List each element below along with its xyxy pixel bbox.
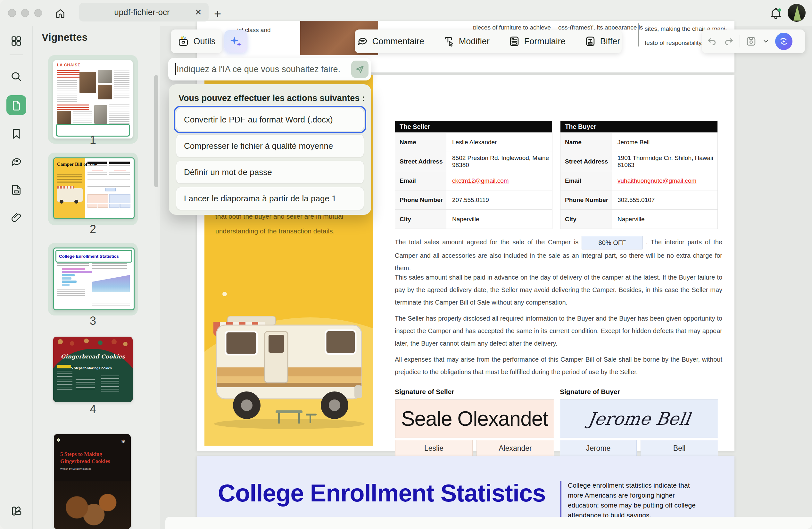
- ai-suggestions-panel: Vous pouvez effectuer les actions suivan…: [169, 84, 371, 215]
- thumbnails-panel: Vignettes LA CHAISE 1 Camper Bill of Sal…: [33, 26, 160, 529]
- horizontal-scrollbar-track[interactable]: [165, 517, 812, 529]
- ai-assistant-button[interactable]: [775, 33, 793, 50]
- text-caret: [175, 63, 176, 75]
- seller-table: The Seller NameLeslie Alexander Street A…: [395, 120, 552, 229]
- toolbar-divider: [740, 35, 740, 47]
- comments-list-button[interactable]: [9, 155, 24, 169]
- camper-van-illustration: [208, 299, 371, 441]
- college-title-divider: [561, 481, 562, 523]
- table-row: Emailckctm12@gmail.com: [395, 171, 552, 190]
- seller-first-name-field[interactable]: Leslie: [395, 440, 473, 457]
- buyer-table-header: The Buyer: [561, 121, 717, 132]
- tab-title: updf-fichier-ocr: [79, 8, 192, 17]
- redo-icon[interactable]: [723, 35, 735, 47]
- table-row: CityNaperville: [561, 209, 717, 229]
- window-minimize-button[interactable]: [21, 9, 29, 17]
- thumbnails-scrollbar-thumb[interactable]: [154, 75, 158, 187]
- tab-formulaire[interactable]: Formulaire: [508, 35, 566, 47]
- buyer-signature-field[interactable]: Jerome Bell: [560, 399, 718, 438]
- ai-action-set-password[interactable]: Définir un mot de passe: [176, 161, 364, 184]
- ai-suggestions-heading: Vous pouvez effectuer les actions suivan…: [178, 93, 365, 103]
- mode-toolbar: Commentaire Modifier Formulaire Biffer: [355, 29, 622, 53]
- tools-menu-button[interactable]: Outils: [171, 29, 222, 53]
- table-row: Street Address8502 Preston Rd. Inglewood…: [395, 152, 552, 171]
- page-number: 3: [53, 314, 133, 328]
- seller-last-name-field[interactable]: Alexander: [477, 440, 554, 457]
- buyer-email-link[interactable]: vuhaithuongnute@gmail.com: [612, 171, 717, 190]
- ai-sparkles-icon: [229, 34, 243, 48]
- buyer-table: The Buyer NameJerome Bell Street Address…: [560, 120, 718, 229]
- ocr-region-highlight: College Enrollment Statistics: [55, 250, 132, 262]
- seller-signature-field[interactable]: Seale Olexandet: [395, 399, 554, 438]
- expenses-paragraph: All expenses that may arise from the per…: [395, 353, 722, 378]
- page-thumbnails-icon: [10, 99, 23, 111]
- comments-icon: [10, 155, 23, 168]
- payment-terms-paragraph: This sales amount shall be paid in advan…: [395, 271, 722, 309]
- thumbnail-page-1[interactable]: LA CHAISE: [53, 60, 133, 139]
- seller-email-link[interactable]: ckctm12@gmail.com: [446, 171, 552, 190]
- ai-action-compress[interactable]: Compresser le fichier à qualité moyenne: [176, 134, 364, 157]
- seller-table-header: The Seller: [395, 121, 552, 132]
- tab-modifier[interactable]: Modifier: [443, 35, 490, 47]
- search-button[interactable]: [9, 70, 24, 84]
- tab-close-icon[interactable]: ✕: [192, 6, 205, 18]
- document-tab[interactable]: updf-fichier-ocr ✕: [79, 3, 208, 22]
- home-button[interactable]: [51, 4, 69, 23]
- undo-icon[interactable]: [706, 35, 718, 47]
- buyer-signature-heading: Signature of Buyer: [560, 388, 620, 396]
- ai-action-convert-word[interactable]: Convertir le PDF au format Word (.docx): [176, 108, 364, 131]
- thumbnail-page-5[interactable]: ❄ ❄ 5 Steps to Making Gingerbread Cookie…: [54, 434, 131, 529]
- swatches-button[interactable]: [9, 504, 24, 518]
- attachments-page-button[interactable]: [9, 183, 24, 197]
- avatar-image: [794, 6, 801, 20]
- buyer-last-name-field[interactable]: Bell: [641, 440, 718, 457]
- new-tab-button[interactable]: +: [214, 7, 221, 21]
- ai-orbit-icon: [778, 35, 789, 47]
- tab-commentaire[interactable]: Commentaire: [356, 35, 424, 47]
- table-row: Emailvuhaithuongnute@gmail.com: [561, 171, 717, 190]
- grid-icon: [10, 34, 23, 47]
- search-icon: [10, 70, 23, 83]
- notifications-button[interactable]: [768, 6, 783, 21]
- left-icon-rail: [0, 26, 33, 529]
- cookies-photo: [54, 481, 131, 529]
- college-description: College enrollment statistics indicate t…: [568, 480, 702, 520]
- file-slot-icon: [10, 183, 23, 196]
- bookmarks-button[interactable]: [9, 127, 24, 141]
- user-avatar[interactable]: [788, 4, 806, 22]
- thumbnail-page-2[interactable]: Camper Bill of Sale: [53, 157, 134, 219]
- titlebar: updf-fichier-ocr ✕ +: [0, 0, 812, 26]
- thumbnail-page-3[interactable]: College Enrollment Statistics: [53, 247, 134, 310]
- rail-divider: [10, 55, 23, 55]
- buyer-first-name-field[interactable]: Jerome: [560, 440, 637, 457]
- seller-signature-heading: Signature of Seller: [395, 388, 454, 396]
- send-button[interactable]: [351, 61, 368, 78]
- thumbnails-panel-button-active[interactable]: [6, 95, 26, 115]
- page-number: 2: [53, 223, 133, 236]
- chevron-down-icon[interactable]: [762, 38, 769, 45]
- redact-icon: [584, 35, 596, 47]
- table-row: Phone Number207.555.0119: [395, 190, 552, 209]
- yellow-dot-decor: [222, 292, 227, 296]
- updf-app-window: ial class and pieces of furniture to ach…: [0, 0, 812, 529]
- ai-prompt-input[interactable]: [168, 64, 351, 75]
- table-row: Phone Number302.555.0107: [561, 190, 717, 209]
- page-number: 1: [53, 133, 133, 147]
- window-close-button[interactable]: [8, 9, 16, 17]
- discount-form-field[interactable]: 80% OFF: [582, 236, 642, 249]
- column-divider: [638, 24, 639, 46]
- tab-biffer[interactable]: Biffer: [584, 35, 620, 47]
- panels-grid-button[interactable]: [9, 34, 24, 48]
- snowflake-icon: ❄: [56, 437, 61, 443]
- paper-plane-icon: [355, 65, 365, 74]
- history-save-toolbar: [702, 29, 805, 53]
- swatches-icon: [10, 504, 23, 518]
- ai-action-slideshow[interactable]: Lancer le diaporama à partir de la page …: [176, 187, 364, 210]
- window-zoom-button[interactable]: [34, 9, 42, 17]
- paperclip-button[interactable]: [9, 211, 24, 225]
- save-icon[interactable]: [745, 35, 757, 47]
- college-title: College Enrollment Statistics: [218, 479, 546, 507]
- ai-assistant-toggle-button[interactable]: [224, 30, 247, 53]
- thumbnail-page-4[interactable]: Gingerbread Cookies 5 Steps to Making Co…: [53, 337, 133, 402]
- tools-label: Outils: [193, 37, 215, 46]
